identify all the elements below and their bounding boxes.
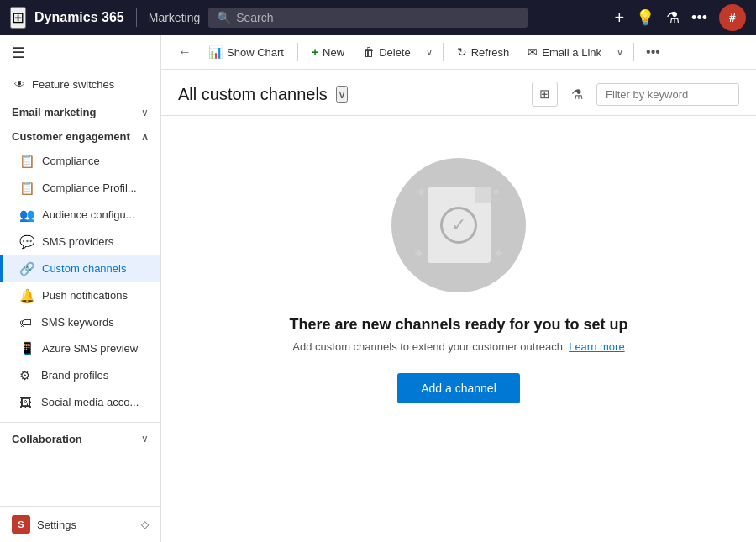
top-navigation: ⊞ Dynamics 365 Marketing 🔍 + 💡 ⚗ ••• #: [0, 0, 756, 35]
email-marketing-label: Email marketing: [12, 106, 96, 118]
document-icon: ✓: [428, 187, 491, 263]
push-notifications-label: Push notifications: [42, 289, 128, 302]
new-icon: +: [312, 45, 318, 59]
learn-more-link[interactable]: Learn more: [569, 340, 624, 353]
main-content: ← 📊 Show Chart + New 🗑 Delete ∨ ↻ Refres…: [161, 35, 756, 542]
sidebar-item-brand-profiles[interactable]: ⚙ Brand profiles: [0, 362, 160, 389]
filter-input[interactable]: [596, 83, 739, 106]
chart-icon: 📊: [208, 45, 223, 59]
add-button[interactable]: +: [614, 8, 624, 28]
sms-keywords-label: SMS keywords: [41, 316, 114, 329]
empty-state-desc-text: Add custom channels to extend your custo…: [292, 340, 565, 353]
sidebar-top-bar: ☰: [0, 35, 160, 71]
avatar[interactable]: #: [719, 4, 746, 31]
email-marketing-section[interactable]: Email marketing ∨: [0, 97, 160, 124]
new-label: New: [323, 46, 344, 59]
toolbar-separator-3: [633, 43, 634, 61]
social-media-icon: 🖼: [19, 395, 34, 409]
search-icon: 🔍: [217, 11, 231, 24]
email-marketing-chevron: ∨: [141, 107, 149, 118]
show-chart-label: Show Chart: [227, 46, 284, 59]
filter-icon[interactable]: ⚗: [666, 8, 680, 27]
sparkle-top-right-icon: ✦: [490, 183, 502, 202]
search-box[interactable]: 🔍: [208, 8, 528, 28]
email-link-dropdown[interactable]: ∨: [612, 43, 628, 62]
sidebar-item-push-notifications[interactable]: 🔔 Push notifications: [0, 282, 160, 309]
custom-channels-icon: 🔗: [19, 261, 35, 276]
sms-providers-label: SMS providers: [42, 235, 113, 248]
top-nav-actions: + 💡 ⚗ ••• #: [614, 4, 746, 31]
settings-label: Settings: [37, 518, 134, 531]
show-chart-button[interactable]: 📊 Show Chart: [200, 41, 292, 63]
delete-icon: 🗑: [363, 45, 375, 59]
customer-engagement-chevron: ∧: [141, 131, 149, 143]
compliance-profiles-icon: 📋: [19, 181, 35, 196]
content-header: All custom channels ∨ ⊞ ⚗: [161, 70, 756, 116]
refresh-button[interactable]: ↻ Refresh: [449, 41, 518, 63]
sidebar: ☰ 👁 Feature switches Email marketing ∨ C…: [0, 35, 161, 542]
sidebar-item-custom-channels[interactable]: 🔗 Custom channels: [0, 255, 160, 282]
sparkle-bottom-right-icon: ✦: [492, 245, 505, 263]
app-name: Dynamics 365: [34, 10, 124, 25]
sidebar-bottom: S Settings ◇: [0, 506, 160, 542]
feature-switches-label: Feature switches: [32, 78, 114, 91]
sidebar-item-azure-sms-preview[interactable]: 📱 Azure SMS preview: [0, 335, 160, 362]
sidebar-menu-button[interactable]: ☰: [12, 44, 25, 62]
title-dropdown-button[interactable]: ∨: [336, 86, 348, 103]
sidebar-item-settings[interactable]: S Settings ◇: [0, 507, 160, 542]
email-link-icon: ✉: [528, 45, 538, 59]
back-button[interactable]: ←: [171, 40, 198, 64]
delete-label: Delete: [379, 46, 411, 59]
new-button[interactable]: + New: [303, 41, 353, 63]
sidebar-item-sms-keywords[interactable]: 🏷 SMS keywords: [0, 309, 160, 335]
module-name: Marketing: [149, 11, 200, 24]
view-toggle-button[interactable]: ⊞: [532, 82, 558, 107]
brand-profiles-icon: ⚙: [19, 368, 34, 383]
eye-icon: 👁: [14, 78, 25, 91]
customer-engagement-label: Customer engagement: [12, 130, 130, 145]
filter-button[interactable]: ⚗: [564, 82, 590, 107]
empty-state: ✓ ✦ ✦ ✦ ✦ There are new channels ready f…: [161, 116, 756, 445]
brand-profiles-label: Brand profiles: [41, 369, 108, 382]
azure-sms-label: Azure SMS preview: [42, 342, 138, 355]
sidebar-item-compliance[interactable]: 📋 Compliance: [0, 148, 160, 175]
custom-channels-label: Custom channels: [42, 262, 126, 275]
grid-icon[interactable]: ⊞: [10, 7, 26, 29]
refresh-label: Refresh: [471, 46, 510, 59]
compliance-profiles-label: Compliance Profil...: [42, 182, 137, 194]
audience-config-label: Audience configu...: [42, 208, 135, 221]
social-media-label: Social media acco...: [41, 396, 139, 408]
lightbulb-icon[interactable]: 💡: [636, 8, 654, 27]
sms-keywords-icon: 🏷: [19, 315, 34, 329]
main-layout: ☰ 👁 Feature switches Email marketing ∨ C…: [0, 35, 756, 542]
sidebar-item-feature-switches[interactable]: 👁 Feature switches: [0, 71, 160, 97]
toolbar: ← 📊 Show Chart + New 🗑 Delete ∨ ↻ Refres…: [161, 35, 756, 70]
settings-expand-icon: ◇: [141, 518, 149, 530]
collaboration-label: Collaboration: [12, 433, 82, 445]
refresh-icon: ↻: [457, 45, 467, 59]
sparkle-bottom-left-icon: ✦: [412, 245, 425, 263]
sms-providers-icon: 💬: [19, 234, 35, 250]
nav-divider: [136, 8, 137, 27]
sidebar-item-audience-config[interactable]: 👥 Audience configu...: [0, 202, 160, 229]
toolbar-separator-1: [297, 43, 298, 61]
email-link-label: Email a Link: [542, 46, 601, 59]
check-circle-icon: ✓: [440, 207, 477, 244]
sidebar-item-social-media[interactable]: 🖼 Social media acco...: [0, 389, 160, 415]
sidebar-item-sms-providers[interactable]: 💬 SMS providers: [0, 229, 160, 255]
search-input[interactable]: [236, 11, 519, 24]
toolbar-separator-2: [443, 43, 444, 61]
email-link-button[interactable]: ✉ Email a Link: [519, 41, 610, 63]
add-channel-button[interactable]: Add a channel: [397, 373, 520, 403]
sparkle-top-left-icon: ✦: [415, 183, 428, 202]
sidebar-item-compliance-profiles[interactable]: 📋 Compliance Profil...: [0, 175, 160, 202]
delete-dropdown[interactable]: ∨: [421, 43, 438, 62]
more-options-icon[interactable]: •••: [691, 9, 707, 27]
content-area: All custom channels ∨ ⊞ ⚗ ✓ ✦ ✦ ✦ ✦: [161, 70, 756, 542]
compliance-icon: 📋: [19, 154, 35, 169]
customer-engagement-section[interactable]: Customer engagement ∧: [0, 124, 160, 148]
collaboration-section[interactable]: Collaboration ∨: [0, 422, 160, 450]
push-notifications-icon: 🔔: [19, 288, 35, 303]
delete-button[interactable]: 🗑 Delete: [354, 41, 419, 63]
toolbar-more-button[interactable]: •••: [639, 40, 667, 64]
